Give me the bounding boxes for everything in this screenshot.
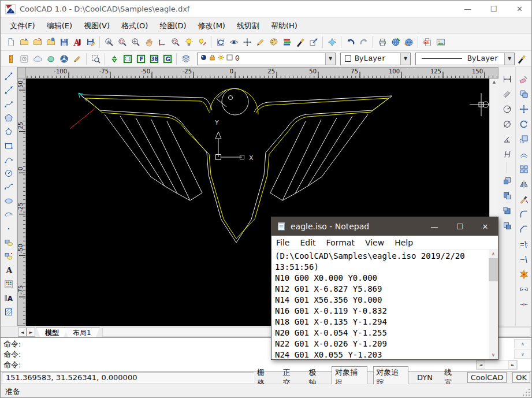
color-table-icon[interactable] bbox=[2, 277, 16, 291]
tab-model[interactable]: 模型 bbox=[36, 327, 68, 337]
dim-aligned-icon[interactable] bbox=[500, 87, 514, 102]
overlap-squares-3-icon[interactable] bbox=[500, 203, 514, 218]
light-config-icon[interactable] bbox=[195, 36, 209, 49]
sel-f-icon[interactable]: F bbox=[134, 52, 147, 65]
pan-icon[interactable] bbox=[142, 36, 155, 49]
array-icon[interactable] bbox=[517, 162, 531, 177]
sel-3b-icon[interactable]: 3B bbox=[147, 52, 161, 65]
tab-scroll-right-icon[interactable]: ► bbox=[27, 328, 35, 337]
extend-icon[interactable] bbox=[517, 252, 531, 267]
dim-diameter-icon[interactable] bbox=[500, 117, 514, 132]
zoom-window-icon[interactable] bbox=[116, 36, 129, 49]
scrollbar-thumb[interactable] bbox=[489, 258, 498, 281]
menu-item-2[interactable]: 视图(V) bbox=[78, 19, 116, 33]
color-dropdown[interactable]: ByLayer ▼ bbox=[340, 53, 411, 65]
scale-icon[interactable] bbox=[517, 132, 531, 147]
import-file-icon[interactable] bbox=[31, 36, 44, 49]
text-icon[interactable]: A bbox=[2, 263, 16, 277]
insert-block-icon[interactable] bbox=[2, 236, 16, 250]
menu-item-5[interactable]: 修改(M) bbox=[192, 19, 231, 33]
dim-linear-icon[interactable] bbox=[500, 72, 514, 87]
preview-icon[interactable] bbox=[227, 36, 240, 49]
notepad-close-button[interactable]: ✕ bbox=[473, 217, 498, 236]
linetype-dropdown[interactable]: ByLayer ▼ bbox=[415, 53, 515, 65]
web-sync-icon[interactable] bbox=[389, 36, 402, 49]
resize-grip[interactable] bbox=[523, 388, 531, 396]
light-on-icon[interactable] bbox=[182, 36, 195, 49]
layer-color-icon[interactable] bbox=[226, 54, 233, 64]
fillet-icon[interactable] bbox=[517, 207, 531, 222]
make-block-icon[interactable] bbox=[2, 250, 16, 263]
layer-on-icon[interactable] bbox=[200, 54, 207, 64]
arc-icon[interactable] bbox=[2, 152, 16, 166]
construction-line-icon[interactable] bbox=[2, 83, 16, 97]
palette-icon[interactable] bbox=[267, 36, 280, 49]
menu-item-1[interactable]: 编辑(E) bbox=[41, 19, 78, 33]
edit-pencil-icon[interactable] bbox=[254, 36, 267, 49]
notepad-menu-format[interactable]: Format bbox=[326, 238, 355, 247]
match-properties-icon[interactable] bbox=[517, 192, 531, 207]
layers-icon[interactable] bbox=[179, 52, 192, 65]
overlap-squares-4-icon[interactable] bbox=[500, 218, 514, 233]
spline-icon[interactable] bbox=[2, 180, 16, 194]
trim-icon[interactable] bbox=[517, 237, 531, 252]
pdf-export-icon[interactable]: PDF bbox=[421, 36, 434, 49]
layer-lock-icon[interactable] bbox=[209, 54, 216, 64]
dim-edit-icon[interactable] bbox=[500, 147, 514, 162]
mirror-icon[interactable] bbox=[517, 177, 531, 192]
export-window-icon[interactable] bbox=[307, 36, 320, 49]
overlap-squares-2-icon[interactable] bbox=[500, 188, 514, 203]
new-file-icon[interactable] bbox=[4, 36, 17, 49]
ucs-axes-icon[interactable] bbox=[155, 36, 169, 49]
ellipse-arc-icon[interactable] bbox=[2, 208, 16, 222]
brush-icon[interactable] bbox=[293, 36, 307, 49]
image-export-icon[interactable] bbox=[434, 36, 447, 49]
chamfer-icon[interactable] bbox=[517, 222, 531, 237]
mtext-icon[interactable]: A bbox=[2, 291, 16, 305]
scroll-up-icon[interactable]: ▲ bbox=[493, 80, 496, 84]
notepad-menu-help[interactable]: Help bbox=[395, 238, 413, 247]
scroll-down-icon[interactable]: ∨ bbox=[514, 349, 531, 359]
command-scrollbar[interactable]: ∧ ∨ bbox=[514, 339, 531, 359]
scroll-down-icon[interactable]: ∨ bbox=[489, 351, 498, 359]
fonts-icon[interactable]: A bbox=[70, 36, 84, 49]
scroll-up-icon[interactable]: ∧ bbox=[489, 250, 498, 258]
notepad-menu-file[interactable]: File bbox=[276, 238, 289, 247]
point-icon[interactable] bbox=[2, 222, 16, 236]
minimize-button[interactable]: — bbox=[455, 1, 481, 17]
hatch-icon[interactable] bbox=[2, 305, 16, 319]
menu-item-7[interactable]: 帮助(H) bbox=[265, 19, 303, 33]
save-icon[interactable] bbox=[57, 36, 70, 49]
scroll-up-icon[interactable]: ∧ bbox=[514, 339, 531, 348]
pan-point-icon[interactable] bbox=[240, 36, 254, 49]
pick-point-icon[interactable] bbox=[107, 52, 121, 65]
notepad-menu-view[interactable]: View bbox=[365, 238, 384, 247]
ellipse-icon[interactable] bbox=[2, 194, 16, 208]
notepad-maximize-button[interactable]: ☐ bbox=[447, 217, 473, 236]
menu-item-4[interactable]: 绘图(D) bbox=[154, 19, 192, 33]
stamp-tool-icon[interactable] bbox=[17, 52, 31, 65]
chevron-down-icon[interactable]: ▼ bbox=[325, 53, 335, 65]
notepad-text[interactable]: (D:\CoolCAD\Samples\eagle.iso 2019/2/20 … bbox=[271, 250, 489, 359]
web-publish-icon[interactable] bbox=[402, 36, 415, 49]
save-as-icon[interactable] bbox=[84, 36, 97, 49]
line-icon[interactable] bbox=[2, 69, 16, 83]
notepad-vertical-scrollbar[interactable]: ∧ ∨ bbox=[489, 250, 498, 359]
redo-icon[interactable] bbox=[357, 36, 370, 49]
polyline-icon[interactable] bbox=[2, 97, 16, 111]
select-magnifier-icon[interactable] bbox=[89, 52, 102, 65]
move-icon[interactable] bbox=[517, 102, 531, 117]
notepad-menu-edit[interactable]: Edit bbox=[300, 238, 315, 247]
polygon-icon[interactable] bbox=[2, 111, 16, 125]
zoom-extents-icon[interactable] bbox=[129, 36, 142, 49]
sketch-pencil-icon[interactable] bbox=[70, 52, 84, 65]
copy-icon[interactable] bbox=[517, 87, 531, 102]
erase-icon[interactable] bbox=[517, 72, 531, 87]
rotate-icon[interactable] bbox=[517, 117, 531, 132]
status-toggle-5[interactable]: DYN bbox=[414, 373, 436, 382]
close-button[interactable]: ✕ bbox=[507, 1, 532, 17]
overlap-squares-1-icon[interactable] bbox=[500, 173, 514, 188]
join-icon[interactable] bbox=[517, 297, 531, 312]
brush-icon[interactable] bbox=[515, 52, 528, 65]
status-toggle-7[interactable]: CoolCAD bbox=[467, 372, 507, 383]
